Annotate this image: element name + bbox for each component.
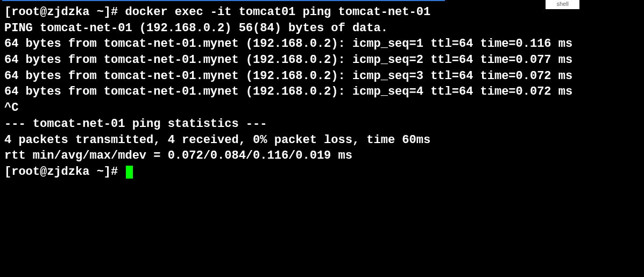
terminal-line: PING tomcat-net-01 (192.168.0.2) 56(84) … — [4, 20, 640, 37]
terminal-line: 64 bytes from tomcat-net-01.mynet (192.1… — [4, 84, 640, 100]
terminal-line: --- tomcat-net-01 ping statistics --- — [4, 116, 640, 132]
window-active-border — [2, 0, 445, 1]
terminal-output[interactable]: [root@zjdzka ~]# docker exec -it tomcat0… — [4, 4, 640, 180]
terminal-line: 64 bytes from tomcat-net-01.mynet (192.1… — [4, 36, 640, 52]
terminal-line: 64 bytes from tomcat-net-01.mynet (192.1… — [4, 52, 640, 68]
terminal-line: 64 bytes from tomcat-net-01.mynet (192.1… — [4, 68, 640, 84]
cursor-icon — [126, 166, 133, 179]
terminal-prompt-line[interactable]: [root@zjdzka ~]# — [4, 164, 640, 180]
terminal-line: [root@zjdzka ~]# docker exec -it tomcat0… — [4, 4, 640, 20]
terminal-line: ^C — [4, 100, 640, 116]
terminal-line: 4 packets transmitted, 4 received, 0% pa… — [4, 132, 640, 148]
shell-tab[interactable]: shell — [546, 0, 579, 9]
terminal-line: rtt min/avg/max/mdev = 0.072/0.084/0.116… — [4, 148, 640, 164]
terminal-prompt: [root@zjdzka ~]# — [4, 165, 125, 179]
